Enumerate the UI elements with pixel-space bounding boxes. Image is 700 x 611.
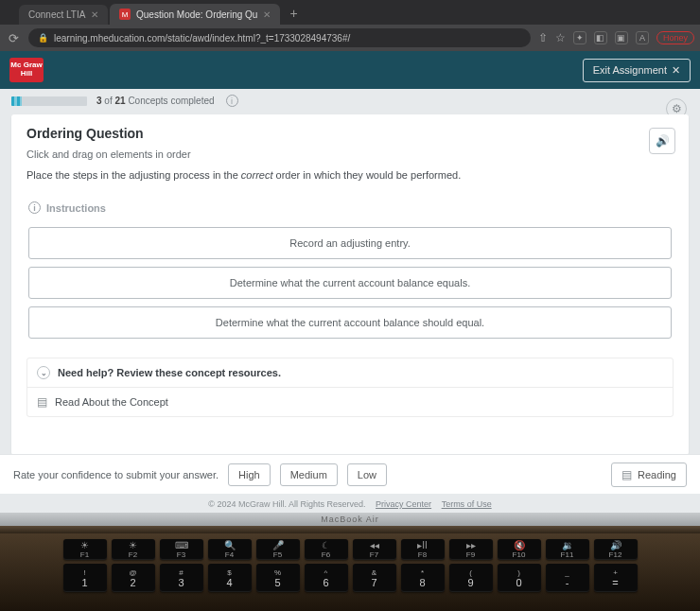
exit-assignment-button[interactable]: Exit Assignment ✕ bbox=[583, 59, 691, 82]
function-key: 🔊F12 bbox=[594, 539, 638, 560]
tab-label: Connect LTIA bbox=[28, 9, 85, 20]
extension-icon[interactable]: ▣ bbox=[615, 31, 628, 44]
extension-pill[interactable]: Honey bbox=[656, 31, 694, 44]
audio-icon[interactable]: 🔊 bbox=[649, 128, 675, 154]
tab-favicon: M bbox=[119, 9, 131, 20]
extension-tray: ⇧ ☆ ✦ ◧ ▣ A Honey bbox=[538, 31, 694, 44]
read-concept-link[interactable]: ▤ Read About the Concept bbox=[27, 388, 673, 416]
number-key: ^6 bbox=[305, 564, 348, 592]
browser-tab[interactable]: Connect LTIA ✕ bbox=[19, 5, 108, 25]
confidence-high-button[interactable]: High bbox=[228, 463, 271, 486]
exit-label: Exit Assignment bbox=[593, 64, 667, 76]
tab-label: Question Mode: Ordering Qu bbox=[136, 9, 257, 20]
help-toggle[interactable]: ⌄ Need help? Review these concept resour… bbox=[27, 358, 673, 387]
order-item[interactable]: Determine what the current account balan… bbox=[28, 306, 672, 339]
number-key: )0 bbox=[498, 564, 541, 592]
function-key: ☀F1 bbox=[63, 539, 107, 560]
page-body: ⚙ 3 of 21 Concepts completed i 🔊 Orderin… bbox=[0, 89, 700, 513]
number-key: %5 bbox=[256, 564, 300, 592]
book-icon: ▤ bbox=[621, 468, 632, 481]
confidence-low-button[interactable]: Low bbox=[347, 463, 387, 486]
laptop-model: MacBook Air bbox=[0, 513, 700, 526]
new-tab-button[interactable]: + bbox=[282, 2, 305, 25]
confidence-label: Rate your confidence to submit your answ… bbox=[13, 469, 219, 480]
keyboard: ☀F1☀F2⌨F3🔍F4🎤F5☾F6◂◂F7▸IIF8▸▸F9🔇F10🔉F11🔊… bbox=[0, 533, 700, 611]
privacy-link[interactable]: Privacy Center bbox=[376, 499, 431, 509]
reading-label: Reading bbox=[638, 469, 676, 480]
order-list: Record an adjusting entry. Determine wha… bbox=[26, 227, 674, 339]
share-icon[interactable]: ⇧ bbox=[538, 31, 548, 44]
progress-text: 3 of 21 Concepts completed bbox=[96, 96, 215, 106]
number-key: &7 bbox=[353, 564, 396, 592]
progress-row: 3 of 21 Concepts completed i bbox=[0, 89, 700, 111]
order-item[interactable]: Determine what the current account balan… bbox=[28, 267, 672, 299]
info-icon[interactable]: i bbox=[28, 201, 41, 214]
browser-tab-bar: Connect LTIA ✕ M Question Mode: Ordering… bbox=[0, 0, 700, 25]
url-text: learning.mheducation.com/static/awd/inde… bbox=[54, 33, 350, 44]
instructions-label: i Instructions bbox=[26, 201, 674, 214]
close-icon: ✕ bbox=[672, 64, 680, 77]
progress-fill bbox=[11, 96, 22, 106]
app-header: Mc Graw Hill Exit Assignment ✕ bbox=[0, 51, 700, 89]
question-card: 🔊 Ordering Question Click and drag on el… bbox=[11, 114, 689, 455]
question-prompt: Place the steps in the adjusting process… bbox=[26, 169, 674, 181]
extension-icon[interactable]: A bbox=[636, 31, 649, 44]
number-key: (9 bbox=[449, 564, 493, 592]
book-icon: ▤ bbox=[37, 395, 47, 409]
extension-icon[interactable]: ✦ bbox=[573, 31, 586, 44]
close-icon[interactable]: ✕ bbox=[91, 9, 98, 20]
progress-bar bbox=[11, 96, 87, 106]
number-key: @2 bbox=[112, 564, 155, 592]
confidence-medium-button[interactable]: Medium bbox=[280, 463, 338, 486]
chevron-down-icon: ⌄ bbox=[37, 366, 50, 379]
star-icon[interactable]: ☆ bbox=[555, 31, 566, 44]
number-key: += bbox=[594, 564, 638, 592]
help-item-label: Read About the Concept bbox=[55, 396, 168, 408]
number-key: _- bbox=[546, 564, 589, 592]
function-key: ☾F6 bbox=[305, 539, 348, 560]
number-key: *8 bbox=[401, 564, 445, 592]
terms-link[interactable]: Terms of Use bbox=[442, 499, 492, 509]
reload-icon[interactable]: ⟳ bbox=[6, 31, 21, 45]
help-box: ⌄ Need help? Review these concept resour… bbox=[26, 358, 674, 417]
info-icon[interactable]: i bbox=[226, 95, 238, 107]
function-key: 🔇F10 bbox=[498, 539, 541, 560]
extension-icon[interactable]: ◧ bbox=[594, 31, 607, 44]
url-input[interactable]: 🔒 learning.mheducation.com/static/awd/in… bbox=[28, 28, 531, 47]
order-item[interactable]: Record an adjusting entry. bbox=[28, 227, 672, 259]
address-bar: ⟳ 🔒 learning.mheducation.com/static/awd/… bbox=[0, 25, 700, 51]
footer-bar: Rate your confidence to submit your answ… bbox=[0, 454, 700, 494]
question-title: Ordering Question bbox=[26, 126, 674, 141]
function-key: 🔉F11 bbox=[546, 539, 589, 560]
help-heading: Need help? Review these concept resource… bbox=[58, 367, 281, 378]
lock-icon: 🔒 bbox=[38, 33, 48, 43]
function-key: ▸IIF8 bbox=[401, 539, 445, 560]
browser-tab[interactable]: M Question Mode: Ordering Qu ✕ bbox=[110, 4, 280, 25]
number-key: #3 bbox=[160, 564, 203, 592]
reading-button[interactable]: ▤ Reading bbox=[611, 463, 687, 487]
brand-logo[interactable]: Mc Graw Hill bbox=[9, 58, 44, 82]
number-key: $4 bbox=[208, 564, 252, 592]
function-key: ◂◂F7 bbox=[353, 539, 396, 560]
function-key: ⌨F3 bbox=[160, 539, 203, 560]
function-key: 🎤F5 bbox=[256, 539, 300, 560]
function-key: 🔍F4 bbox=[208, 539, 252, 560]
question-subtitle: Click and drag on elements in order bbox=[26, 148, 674, 160]
close-icon[interactable]: ✕ bbox=[263, 9, 271, 20]
number-key: !1 bbox=[63, 564, 107, 592]
laptop-hinge bbox=[0, 526, 700, 533]
function-key: ▸▸F9 bbox=[449, 539, 493, 560]
copyright: © 2024 McGraw Hill. All Rights Reserved.… bbox=[0, 499, 700, 509]
function-key: ☀F2 bbox=[112, 539, 155, 560]
